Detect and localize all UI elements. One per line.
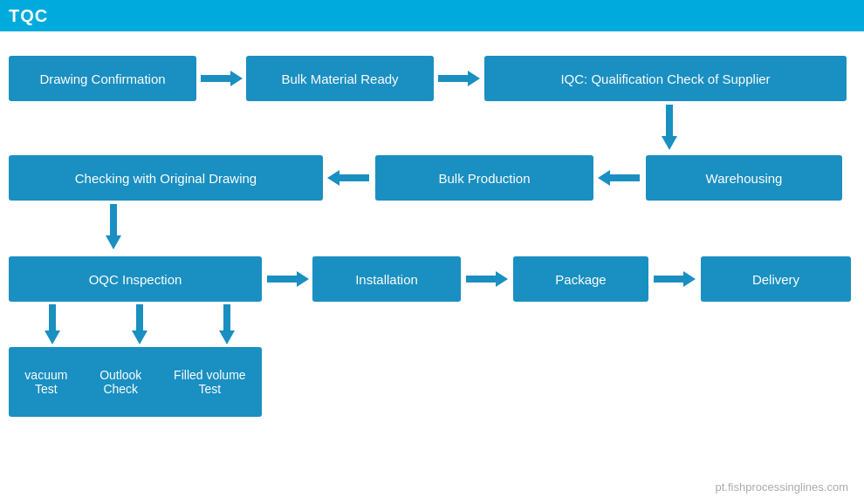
svg-marker-4: [327, 170, 369, 186]
svg-marker-8: [654, 271, 696, 287]
warehousing-box: Warehousing: [646, 155, 842, 201]
svg-marker-6: [267, 271, 309, 287]
svg-marker-9: [45, 304, 60, 344]
header: TQC: [0, 0, 864, 31]
arrow-left-2: [326, 167, 371, 188]
arrow-down-sub-right: [216, 303, 237, 345]
svg-marker-5: [106, 204, 121, 249]
outlook-check-sub: Outlook Check: [99, 368, 141, 396]
arrow-down-sub-mid: [129, 303, 150, 345]
arrow-down-checking: [103, 202, 124, 250]
svg-marker-0: [201, 71, 243, 86]
arrow-down-iqc: [659, 103, 680, 151]
watermark: pt.fishprocessinglines.com: [716, 480, 848, 494]
arrow-right-1: [199, 68, 244, 89]
iqc-box: IQC: Qualification Check of Supplier: [484, 56, 847, 101]
content-area: Drawing Confirmation Bulk Material Ready…: [0, 31, 864, 504]
oqc-inspection-box: OQC Inspection: [9, 256, 262, 302]
header-title: TQC: [9, 6, 48, 26]
arrow-right-pkg: [652, 269, 697, 289]
vacuum-test-sub: vacuum Test: [24, 368, 67, 396]
arrow-down-sub-left: [42, 303, 63, 345]
arrow-right-oqc: [265, 269, 311, 289]
drawing-confirmation-box: Drawing Confirmation: [9, 56, 196, 101]
arrow-right-2: [436, 68, 482, 89]
svg-marker-3: [598, 170, 640, 186]
svg-marker-2: [662, 105, 677, 150]
package-box: Package: [513, 256, 648, 302]
arrow-left-1: [596, 167, 641, 188]
sub-boxes-container: vacuum Test Outlook Check Filled volume …: [9, 347, 262, 417]
delivery-box: Delivery: [701, 256, 851, 302]
bulk-production-box: Bulk Production: [375, 155, 593, 201]
arrow-right-inst: [464, 269, 510, 289]
svg-marker-7: [466, 271, 508, 287]
svg-marker-1: [438, 71, 480, 86]
installation-box: Installation: [312, 256, 461, 302]
checking-original-box: Checking with Original Drawing: [9, 155, 323, 201]
bulk-material-ready-box: Bulk Material Ready: [246, 56, 434, 101]
svg-marker-10: [132, 304, 147, 344]
svg-marker-11: [219, 304, 235, 344]
filled-volume-test-sub: Filled volume Test: [174, 368, 245, 396]
